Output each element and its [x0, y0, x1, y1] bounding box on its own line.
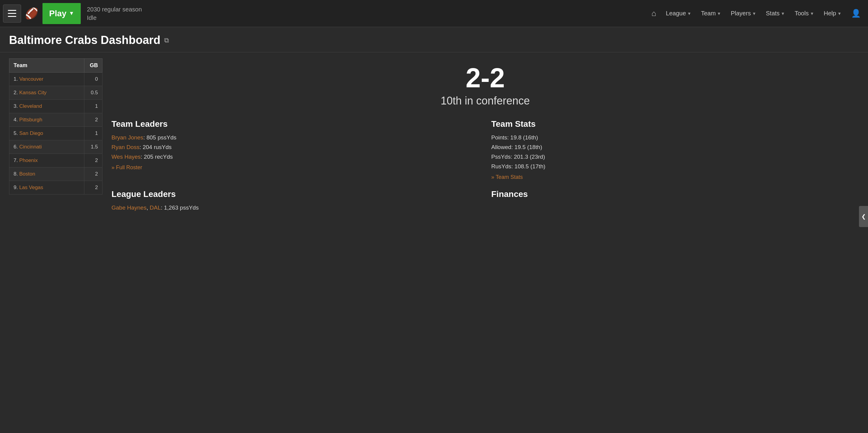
rank-number: 8.	[13, 171, 19, 177]
user-nav-link[interactable]: 👤	[847, 6, 865, 21]
team-leaders-col: Team Leaders Bryan Jones: 805 pssYdsRyan…	[112, 119, 479, 180]
football-icon: 🏈	[24, 5, 40, 22]
table-row: 1. Vancouver 0	[9, 73, 102, 86]
team-link[interactable]: San Diego	[19, 130, 43, 136]
full-roster-link[interactable]: » Full Roster	[112, 164, 479, 171]
team-abbr: DAL	[150, 204, 161, 211]
league-label: League	[666, 10, 686, 17]
standings-team-cell: 9. Las Vegas	[9, 181, 84, 195]
stat-item: RusYds: 108.5 (17th)	[491, 163, 859, 170]
rank-number: 4.	[13, 117, 19, 123]
standings-gb-cell: 2	[84, 167, 102, 181]
sidebar-toggle[interactable]: ❮	[859, 206, 868, 227]
league-arrow: ▼	[687, 11, 691, 16]
stat-item: Points: 19.8 (16th)	[491, 134, 859, 141]
dashboard-panel: 2-2 10th in conference Team Leaders Brya…	[112, 58, 859, 214]
team-stats-col: Team Stats Points: 19.8 (16th)Allowed: 1…	[491, 119, 859, 180]
standings-team-cell: 1. Vancouver	[9, 73, 84, 86]
team-leaders-title: Team Leaders	[112, 119, 479, 129]
team-stats-list: Points: 19.8 (16th)Allowed: 19.5 (18th)P…	[491, 134, 859, 170]
standings-team-cell: 3. Cleveland	[9, 100, 84, 113]
team-col-header: Team	[9, 59, 84, 73]
team-link[interactable]: Pittsburgh	[19, 117, 42, 123]
table-row: 5. San Diego 1	[9, 127, 102, 140]
idle-status: Idle	[87, 13, 142, 22]
hamburger-line3	[8, 16, 16, 17]
standings-gb-cell: 2	[84, 113, 102, 127]
standings-team-cell: 2. Kansas City	[9, 86, 84, 100]
table-row: 3. Cleveland 1	[9, 100, 102, 113]
rank-number: 6.	[13, 144, 19, 149]
ext-link-icon[interactable]: ⧉	[164, 36, 169, 44]
standings-team-cell: 7. Phoenix	[9, 154, 84, 167]
stat-item: Allowed: 19.5 (18th)	[491, 144, 859, 151]
standings-team-cell: 5. San Diego	[9, 127, 84, 140]
team-link[interactable]: Cincinnati	[19, 144, 42, 149]
play-label: Play	[49, 9, 67, 19]
home-icon: ⌂	[651, 9, 656, 18]
players-label: Players	[731, 10, 751, 17]
table-row: 6. Cincinnati 1.5	[9, 140, 102, 154]
team-link[interactable]: Boston	[19, 171, 35, 177]
team-link[interactable]: Las Vegas	[19, 185, 43, 190]
play-arrow: ▼	[69, 10, 74, 16]
main-content: Team GB 1. Vancouver 0 2. Kansas City 0.…	[0, 53, 868, 220]
stat-item: PssYds: 201.3 (23rd)	[491, 154, 859, 160]
standings-gb-cell: 1	[84, 127, 102, 140]
team-nav-link[interactable]: Team ▼	[697, 7, 725, 19]
stats-arrow: ▼	[781, 11, 785, 16]
players-nav-link[interactable]: Players ▼	[726, 7, 761, 19]
league-leaders-col: League Leaders Gabe Haynes, DAL: 1,263 p…	[112, 190, 479, 214]
user-icon: 👤	[851, 9, 861, 18]
stats-label: Stats	[766, 10, 780, 17]
standings-team-cell: 4. Pittsburgh	[9, 113, 84, 127]
rank-number: 7.	[13, 158, 19, 163]
standings-panel: Team GB 1. Vancouver 0 2. Kansas City 0.…	[9, 58, 102, 214]
standings-team-cell: 8. Boston	[9, 167, 84, 181]
record-conference: 10th in conference	[112, 95, 859, 107]
team-stats-link[interactable]: » Team Stats	[491, 174, 859, 180]
play-button[interactable]: Play ▼	[42, 3, 81, 24]
player-link[interactable]: Ryan Doss	[112, 144, 140, 150]
rank-number: 3.	[13, 103, 19, 109]
team-link[interactable]: Vancouver	[19, 76, 43, 82]
help-nav-link[interactable]: Help ▼	[819, 7, 846, 19]
page-title: Baltimore Crabs Dashboard	[9, 34, 161, 47]
leader-item: Ryan Doss: 204 rusYds	[112, 144, 479, 151]
record-value: 2-2	[112, 64, 859, 92]
finances-col: Finances	[491, 190, 859, 214]
team-link[interactable]: Phoenix	[19, 158, 38, 163]
bottom-row: League Leaders Gabe Haynes, DAL: 1,263 p…	[112, 190, 859, 214]
table-row: 4. Pittsburgh 2	[9, 113, 102, 127]
standings-gb-cell: 1	[84, 100, 102, 113]
leader-item: Wes Hayes: 205 recYds	[112, 154, 479, 160]
table-row: 7. Phoenix 2	[9, 154, 102, 167]
hamburger-button[interactable]	[3, 4, 21, 23]
standings-gb-cell: 1.5	[84, 140, 102, 154]
navbar: 🏈 Play ▼ 2030 regular season Idle ⌂ Leag…	[0, 0, 868, 27]
league-leaders-list: Gabe Haynes, DAL: 1,263 pssYds	[112, 204, 479, 211]
league-player-link[interactable]: Gabe Haynes	[112, 204, 147, 211]
league-leader-item: Gabe Haynes, DAL: 1,263 pssYds	[112, 204, 479, 211]
team-arrow: ▼	[717, 11, 721, 16]
rank-number: 9.	[13, 185, 19, 190]
tools-nav-link[interactable]: Tools ▼	[790, 7, 818, 19]
rank-number: 2.	[13, 90, 19, 95]
hamburger-line1	[8, 10, 16, 11]
nav-links: ⌂ League ▼ Team ▼ Players ▼ Stats ▼ Tool…	[647, 6, 865, 21]
team-label: Team	[701, 10, 716, 17]
table-row: 9. Las Vegas 2	[9, 181, 102, 195]
record-section: 2-2 10th in conference	[112, 58, 859, 110]
player-link[interactable]: Bryan Jones	[112, 134, 144, 141]
player-link[interactable]: Wes Hayes	[112, 154, 141, 160]
rank-number: 1.	[13, 76, 19, 82]
league-leaders-title: League Leaders	[112, 190, 479, 199]
team-link[interactable]: Kansas City	[19, 90, 47, 95]
tools-arrow: ▼	[810, 11, 814, 16]
leader-item: Bryan Jones: 805 pssYds	[112, 134, 479, 141]
team-link[interactable]: Cleveland	[19, 103, 42, 109]
stats-nav-link[interactable]: Stats ▼	[762, 7, 789, 19]
standings-gb-cell: 2	[84, 154, 102, 167]
home-nav-link[interactable]: ⌂	[647, 6, 660, 21]
league-nav-link[interactable]: League ▼	[662, 7, 696, 19]
